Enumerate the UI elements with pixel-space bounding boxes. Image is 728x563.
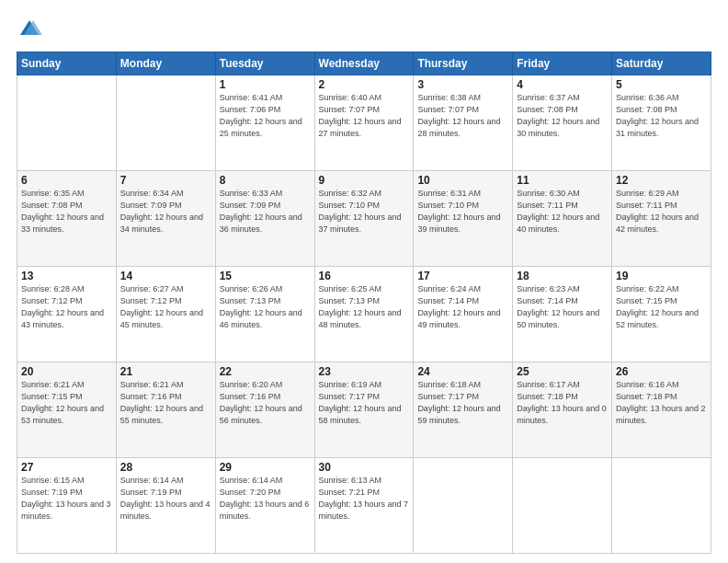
day-info: Sunrise: 6:26 AMSunset: 7:13 PMDaylight:… xyxy=(220,284,302,329)
day-info: Sunrise: 6:29 AMSunset: 7:11 PMDaylight:… xyxy=(616,189,699,234)
day-info: Sunrise: 6:21 AMSunset: 7:15 PMDaylight:… xyxy=(21,380,104,425)
day-number: 15 xyxy=(220,270,311,282)
day-number: 1 xyxy=(220,78,311,91)
day-number: 27 xyxy=(21,461,112,474)
page: SundayMondayTuesdayWednesdayThursdayFrid… xyxy=(0,0,728,563)
day-info: Sunrise: 6:37 AMSunset: 7:08 PMDaylight:… xyxy=(517,93,599,138)
calendar-cell xyxy=(513,458,612,554)
day-number: 12 xyxy=(616,174,707,187)
day-info: Sunrise: 6:23 AMSunset: 7:14 PMDaylight:… xyxy=(517,284,599,329)
day-info: Sunrise: 6:19 AMSunset: 7:17 PMDaylight:… xyxy=(319,380,402,425)
day-number: 9 xyxy=(319,174,410,187)
day-number: 22 xyxy=(220,365,311,378)
day-info: Sunrise: 6:31 AMSunset: 7:10 PMDaylight:… xyxy=(417,189,500,234)
day-number: 25 xyxy=(517,365,608,378)
day-number: 2 xyxy=(319,78,410,91)
day-number: 19 xyxy=(616,270,707,282)
calendar-cell: 11 Sunrise: 6:30 AMSunset: 7:11 PMDaylig… xyxy=(513,171,612,267)
calendar-cell: 14 Sunrise: 6:27 AMSunset: 7:12 PMDaylig… xyxy=(116,267,215,362)
day-number: 11 xyxy=(517,174,608,187)
calendar-cell xyxy=(17,75,117,171)
calendar-week-row: 20 Sunrise: 6:21 AMSunset: 7:15 PMDaylig… xyxy=(17,362,711,458)
calendar-cell: 22 Sunrise: 6:20 AMSunset: 7:16 PMDaylig… xyxy=(215,362,314,458)
calendar-week-row: 27 Sunrise: 6:15 AMSunset: 7:19 PMDaylig… xyxy=(17,458,711,554)
day-number: 21 xyxy=(120,365,211,378)
day-info: Sunrise: 6:14 AMSunset: 7:20 PMDaylight:… xyxy=(220,476,310,521)
calendar-cell: 20 Sunrise: 6:21 AMSunset: 7:15 PMDaylig… xyxy=(17,362,117,458)
day-info: Sunrise: 6:14 AMSunset: 7:19 PMDaylight:… xyxy=(120,476,210,521)
calendar-cell: 8 Sunrise: 6:33 AMSunset: 7:09 PMDayligh… xyxy=(215,171,314,267)
weekday-header: Friday xyxy=(513,52,612,75)
day-info: Sunrise: 6:16 AMSunset: 7:18 PMDaylight:… xyxy=(616,380,706,425)
weekday-header: Monday xyxy=(116,52,215,75)
day-info: Sunrise: 6:18 AMSunset: 7:17 PMDaylight:… xyxy=(417,380,500,425)
day-info: Sunrise: 6:30 AMSunset: 7:11 PMDaylight:… xyxy=(517,189,599,234)
calendar-cell: 9 Sunrise: 6:32 AMSunset: 7:10 PMDayligh… xyxy=(314,171,414,267)
day-info: Sunrise: 6:15 AMSunset: 7:19 PMDaylight:… xyxy=(21,476,111,521)
calendar-table: SundayMondayTuesdayWednesdayThursdayFrid… xyxy=(17,52,711,554)
day-info: Sunrise: 6:40 AMSunset: 7:07 PMDaylight:… xyxy=(319,93,402,138)
day-number: 6 xyxy=(21,174,112,187)
day-info: Sunrise: 6:17 AMSunset: 7:18 PMDaylight:… xyxy=(517,380,607,425)
day-number: 17 xyxy=(417,270,508,282)
calendar-week-row: 1 Sunrise: 6:41 AMSunset: 7:06 PMDayligh… xyxy=(17,75,711,171)
calendar-cell: 21 Sunrise: 6:21 AMSunset: 7:16 PMDaylig… xyxy=(116,362,215,458)
calendar-cell xyxy=(414,458,513,554)
day-number: 8 xyxy=(220,174,311,187)
calendar-cell: 6 Sunrise: 6:35 AMSunset: 7:08 PMDayligh… xyxy=(17,171,117,267)
calendar-cell: 19 Sunrise: 6:22 AMSunset: 7:15 PMDaylig… xyxy=(612,267,711,362)
calendar-cell: 16 Sunrise: 6:25 AMSunset: 7:13 PMDaylig… xyxy=(314,267,414,362)
calendar-cell: 2 Sunrise: 6:40 AMSunset: 7:07 PMDayligh… xyxy=(314,75,414,171)
day-info: Sunrise: 6:13 AMSunset: 7:21 PMDaylight:… xyxy=(319,476,409,521)
calendar-cell: 5 Sunrise: 6:36 AMSunset: 7:08 PMDayligh… xyxy=(612,75,711,171)
day-info: Sunrise: 6:33 AMSunset: 7:09 PMDaylight:… xyxy=(220,189,302,234)
day-info: Sunrise: 6:38 AMSunset: 7:07 PMDaylight:… xyxy=(417,93,500,138)
day-number: 7 xyxy=(120,174,211,187)
day-number: 10 xyxy=(417,174,508,187)
day-info: Sunrise: 6:34 AMSunset: 7:09 PMDaylight:… xyxy=(120,189,203,234)
day-info: Sunrise: 6:32 AMSunset: 7:10 PMDaylight:… xyxy=(319,189,402,234)
day-info: Sunrise: 6:21 AMSunset: 7:16 PMDaylight:… xyxy=(120,380,203,425)
calendar-cell: 18 Sunrise: 6:23 AMSunset: 7:14 PMDaylig… xyxy=(513,267,612,362)
day-number: 23 xyxy=(319,365,410,378)
weekday-header: Thursday xyxy=(414,52,513,75)
day-info: Sunrise: 6:25 AMSunset: 7:13 PMDaylight:… xyxy=(319,284,402,329)
calendar-cell: 29 Sunrise: 6:14 AMSunset: 7:20 PMDaylig… xyxy=(215,458,314,554)
day-info: Sunrise: 6:36 AMSunset: 7:08 PMDaylight:… xyxy=(616,93,699,138)
day-info: Sunrise: 6:35 AMSunset: 7:08 PMDaylight:… xyxy=(21,189,104,234)
header xyxy=(17,17,711,42)
day-info: Sunrise: 6:24 AMSunset: 7:14 PMDaylight:… xyxy=(417,284,500,329)
calendar-cell: 25 Sunrise: 6:17 AMSunset: 7:18 PMDaylig… xyxy=(513,362,612,458)
calendar-cell: 10 Sunrise: 6:31 AMSunset: 7:10 PMDaylig… xyxy=(414,171,513,267)
calendar-cell: 26 Sunrise: 6:16 AMSunset: 7:18 PMDaylig… xyxy=(612,362,711,458)
calendar-cell: 30 Sunrise: 6:13 AMSunset: 7:21 PMDaylig… xyxy=(314,458,414,554)
calendar-cell: 27 Sunrise: 6:15 AMSunset: 7:19 PMDaylig… xyxy=(17,458,117,554)
day-number: 13 xyxy=(21,270,112,282)
day-number: 16 xyxy=(319,270,410,282)
day-number: 30 xyxy=(319,461,410,474)
day-number: 24 xyxy=(417,365,508,378)
calendar-cell: 4 Sunrise: 6:37 AMSunset: 7:08 PMDayligh… xyxy=(513,75,612,171)
weekday-header: Saturday xyxy=(612,52,711,75)
day-number: 14 xyxy=(120,270,211,282)
calendar-cell: 1 Sunrise: 6:41 AMSunset: 7:06 PMDayligh… xyxy=(215,75,314,171)
weekday-header: Wednesday xyxy=(314,52,414,75)
weekday-header-row: SundayMondayTuesdayWednesdayThursdayFrid… xyxy=(17,52,711,75)
calendar-cell: 24 Sunrise: 6:18 AMSunset: 7:17 PMDaylig… xyxy=(414,362,513,458)
day-info: Sunrise: 6:41 AMSunset: 7:06 PMDaylight:… xyxy=(220,93,302,138)
calendar-cell: 23 Sunrise: 6:19 AMSunset: 7:17 PMDaylig… xyxy=(314,362,414,458)
logo xyxy=(17,17,46,42)
day-number: 18 xyxy=(517,270,608,282)
calendar-cell: 15 Sunrise: 6:26 AMSunset: 7:13 PMDaylig… xyxy=(215,267,314,362)
day-number: 20 xyxy=(21,365,112,378)
day-number: 26 xyxy=(616,365,707,378)
day-info: Sunrise: 6:22 AMSunset: 7:15 PMDaylight:… xyxy=(616,284,699,329)
calendar-cell: 3 Sunrise: 6:38 AMSunset: 7:07 PMDayligh… xyxy=(414,75,513,171)
day-number: 28 xyxy=(120,461,211,474)
weekday-header: Sunday xyxy=(17,52,117,75)
calendar-cell: 13 Sunrise: 6:28 AMSunset: 7:12 PMDaylig… xyxy=(17,267,117,362)
calendar-cell: 28 Sunrise: 6:14 AMSunset: 7:19 PMDaylig… xyxy=(116,458,215,554)
day-number: 29 xyxy=(220,461,311,474)
day-info: Sunrise: 6:20 AMSunset: 7:16 PMDaylight:… xyxy=(220,380,302,425)
logo-icon xyxy=(17,17,42,42)
